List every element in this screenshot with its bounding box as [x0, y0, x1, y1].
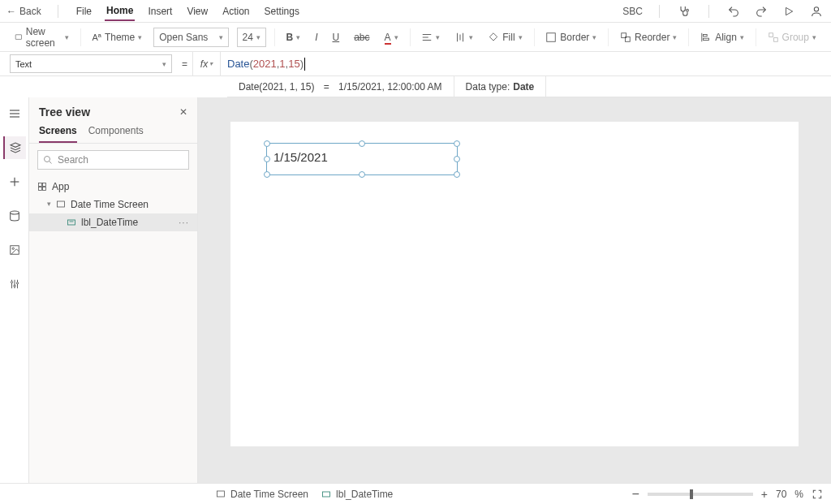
menu-settings[interactable]: Settings [263, 2, 301, 20]
tree-control-row[interactable]: lbl_DateTime ··· [29, 213, 197, 231]
canvas-area[interactable]: 1/15/2021 [198, 97, 831, 483]
tree-app-row[interactable]: App [29, 178, 197, 196]
stethoscope-icon[interactable] [676, 3, 692, 19]
chevron-down-icon: ▾ [673, 33, 677, 41]
user-icon[interactable] [808, 3, 825, 19]
menu-insert[interactable]: Insert [146, 2, 174, 20]
zoom-slider[interactable] [648, 493, 753, 496]
formula-bar: Text ▾ = fx▾ Date(2021, 1, 15) [0, 52, 831, 76]
text-cursor [304, 58, 305, 71]
label-icon [67, 218, 76, 227]
chevron-down-icon: ▾ [209, 60, 213, 67]
tree-app-label: App [52, 181, 69, 192]
resize-handle[interactable] [264, 171, 270, 178]
menu-file[interactable]: File [75, 2, 93, 20]
svg-point-2 [814, 6, 818, 11]
svg-rect-16 [769, 32, 773, 37]
search-placeholder: Search [58, 154, 88, 166]
breadcrumb-control[interactable]: lbl_DateTime [321, 489, 393, 500]
reorder-button[interactable]: Reorder ▾ [617, 30, 680, 45]
chevron-down-icon: ▾ [219, 33, 223, 41]
property-select[interactable]: Text ▾ [10, 54, 172, 73]
redo-icon[interactable] [753, 3, 769, 19]
font-select[interactable]: Open Sans ▾ [153, 28, 228, 47]
align-horizontal-button[interactable]: ▾ [418, 30, 443, 45]
chevron-down-icon: ▾ [740, 33, 744, 41]
menu-view[interactable]: View [185, 2, 209, 20]
user-initials[interactable]: SBC [622, 6, 643, 17]
resize-handle[interactable] [264, 140, 270, 147]
tab-screens[interactable]: Screens [39, 125, 77, 143]
menu-home[interactable]: Home [105, 2, 135, 21]
resize-handle[interactable] [359, 140, 365, 147]
svg-point-30 [13, 285, 15, 286]
rail-insert[interactable] [3, 170, 26, 193]
back-label: Back [19, 6, 41, 17]
fx-button[interactable]: fx▾ [193, 52, 221, 75]
resize-handle[interactable] [264, 156, 270, 162]
selected-label-control[interactable]: 1/15/2021 [266, 143, 458, 175]
chevron-down-icon: ▾ [138, 33, 142, 41]
reorder-label: Reorder [635, 32, 670, 43]
resize-handle[interactable] [359, 171, 365, 178]
tree-view-panel: Tree view ✕ Screens Components Search Ap… [29, 97, 198, 483]
new-screen-label: New screen [26, 26, 62, 49]
bold-button[interactable]: B▾ [282, 30, 304, 45]
menu-action[interactable]: Action [221, 2, 251, 20]
zoom-pct: % [794, 489, 803, 500]
chevron-down-icon: ▾ [436, 33, 440, 41]
rail-media[interactable] [3, 239, 26, 261]
svg-point-23 [10, 211, 19, 214]
divider [80, 28, 81, 46]
new-screen-button[interactable]: New screen ▾ [11, 24, 72, 50]
fill-button[interactable]: Fill ▾ [484, 30, 525, 45]
chevron-down-icon: ▾ [65, 33, 69, 41]
result-type: Data type: Date [454, 76, 547, 97]
svg-rect-42 [323, 492, 330, 497]
svg-rect-37 [43, 187, 46, 191]
svg-marker-1 [786, 7, 793, 15]
screen-canvas[interactable]: 1/15/2021 [230, 122, 799, 446]
svg-rect-41 [217, 491, 225, 497]
font-color-button[interactable]: A ▾ [381, 30, 402, 45]
back-button[interactable]: ← Back [6, 6, 41, 17]
more-icon[interactable]: ··· [179, 217, 189, 228]
play-icon[interactable] [781, 3, 797, 19]
svg-rect-3 [15, 34, 21, 39]
resize-handle[interactable] [454, 171, 460, 178]
resize-handle[interactable] [454, 156, 460, 162]
svg-rect-34 [39, 183, 42, 187]
formula-input[interactable]: Date(2021, 1, 15) [221, 52, 831, 75]
align-button[interactable]: Align ▾ [697, 30, 747, 45]
tab-components[interactable]: Components [88, 125, 144, 143]
rail-hamburger[interactable] [3, 102, 26, 125]
divider [274, 28, 275, 46]
rail-data[interactable] [3, 205, 26, 227]
resize-handle[interactable] [454, 140, 460, 147]
italic-button[interactable]: I [312, 30, 321, 45]
tree-screen-row[interactable]: ▾ Date Time Screen [29, 196, 197, 213]
breadcrumb-screen[interactable]: Date Time Screen [216, 489, 308, 500]
rail-advanced[interactable] [3, 273, 26, 295]
chevron-down-icon: ▾ [592, 33, 596, 41]
underline-button[interactable]: U [329, 30, 342, 45]
close-icon[interactable]: ✕ [179, 106, 187, 118]
rail-tree-view[interactable] [3, 136, 26, 159]
strikethrough-button[interactable]: abc [351, 30, 372, 45]
group-label: Group [782, 32, 809, 43]
chevron-down-icon: ▾ [812, 33, 816, 41]
svg-rect-36 [39, 187, 42, 191]
zoom-in-button[interactable]: + [761, 488, 768, 501]
theme-button[interactable]: Aª Theme ▾ [88, 30, 145, 45]
font-size-select[interactable]: 24 ▾ [237, 28, 266, 47]
fit-screen-icon[interactable] [812, 489, 823, 500]
align-vertical-button[interactable]: ▾ [451, 30, 476, 45]
border-label: Border [560, 32, 589, 43]
zoom-out-button[interactable]: − [631, 487, 639, 502]
arrow-left-icon: ← [6, 6, 16, 17]
property-value: Text [15, 59, 32, 69]
border-button[interactable]: Border ▾ [542, 30, 600, 45]
undo-icon[interactable] [726, 3, 742, 19]
search-input[interactable]: Search [37, 150, 189, 170]
formula-result-bar: Date(2021, 1, 15) = 1/15/2021, 12:00:00 … [227, 76, 831, 97]
